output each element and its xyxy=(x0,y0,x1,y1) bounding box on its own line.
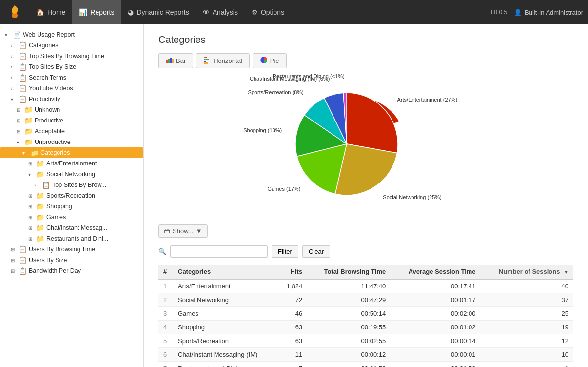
list-icon: 📋 xyxy=(19,63,27,71)
tab-pie[interactable]: Pie xyxy=(253,53,287,68)
toggle-plus-icon: ⊞ xyxy=(17,107,22,113)
sidebar-item-users-browsing[interactable]: ⊞📋Users By Browsing Time xyxy=(0,244,143,255)
table-icon: 🗃 xyxy=(164,227,170,235)
table-row[interactable]: 6 Chat/Instant Messaging (IM) 11 00:00:1… xyxy=(158,348,573,362)
sidebar-item-categories-sub[interactable]: ▾📁Categories xyxy=(0,147,143,158)
col-sessions[interactable]: Number of Sessions ▼ xyxy=(481,265,573,279)
sidebar-item-arts-entertainment[interactable]: ⊞📁Arts/Entertainment xyxy=(0,158,143,169)
toggle-plus-icon: ⊞ xyxy=(11,268,17,274)
toggle-plus-icon: ⊞ xyxy=(11,258,17,263)
toggle-arrow-icon: › xyxy=(11,86,17,91)
svg-rect-7 xyxy=(204,62,208,64)
toggle-arrow-icon: › xyxy=(11,75,17,81)
cell-category: Sports/Recreation xyxy=(173,334,277,348)
clear-button[interactable]: Clear xyxy=(302,245,330,258)
folder-icon: 📁 xyxy=(24,106,33,114)
main-content: Categories Bar xyxy=(144,24,588,367)
sidebar-item-top-sites-size[interactable]: ›📋Top Sites By Size xyxy=(0,61,143,72)
col-total-time[interactable]: Total Browsing Time xyxy=(307,265,391,279)
folder-icon: 📁 xyxy=(36,224,44,232)
sidebar-item-search-terms[interactable]: ›📋Search Terms xyxy=(0,72,143,83)
sidebar-item-shopping[interactable]: ⊞📁Shopping xyxy=(0,201,143,212)
dynamic-icon: ◕ xyxy=(128,8,134,16)
table-row[interactable]: 1 Arts/Entertainment 1,824 11:47:40 00:1… xyxy=(158,279,573,293)
categories-table: # Categories Hits Total Browsing Time Av… xyxy=(158,265,573,367)
sidebar-item-users-size[interactable]: ⊞📋Users By Size xyxy=(0,255,143,265)
sidebar-label: Sports/Recreation xyxy=(46,192,95,199)
toggle-plus-icon: ⊞ xyxy=(28,161,34,166)
sidebar-item-youtube-videos[interactable]: ›📋YouTube Videos xyxy=(0,83,143,94)
filter-button[interactable]: Filter xyxy=(272,245,298,258)
toggle-arrow-icon: › xyxy=(34,183,40,188)
cell-num: 6 xyxy=(158,348,173,362)
nav-home[interactable]: 🏠 Home xyxy=(29,0,72,24)
table-row[interactable]: 3 Games 46 00:50:14 00:02:00 25 xyxy=(158,307,573,321)
sort-arrow-down: ▼ xyxy=(564,269,568,275)
sidebar-item-top-sites-browsing[interactable]: ›📋Top Sites By Browsing Time xyxy=(0,51,143,61)
sidebar-item-productivity[interactable]: ▾📋Productivity xyxy=(0,94,143,104)
sidebar-item-sports-recreation[interactable]: ⊞📁Sports/Recreation xyxy=(0,190,143,201)
filter-input[interactable] xyxy=(170,245,268,258)
sidebar-item-top-sites-brow[interactable]: ›📋Top Sites By Brow... xyxy=(0,180,143,190)
cell-avg-time: 00:01:17 xyxy=(391,293,480,307)
nav-analysis[interactable]: 👁 Analysis xyxy=(196,0,245,24)
col-hits[interactable]: Hits xyxy=(277,265,307,279)
cell-total-time: 00:50:14 xyxy=(307,307,391,321)
sidebar-item-unknown[interactable]: ⊞📁Unknown xyxy=(0,104,143,115)
pie-label: Restaurants and Dining (<1%) xyxy=(272,73,344,79)
toggle-minus-icon: ▾ xyxy=(28,172,34,177)
show-dropdown[interactable]: 🗃 Show... ▼ xyxy=(158,224,208,238)
nav-reports[interactable]: 📊 Reports xyxy=(72,0,121,24)
table-header-row: # Categories Hits Total Browsing Time Av… xyxy=(158,265,573,279)
user-icon: 👤 xyxy=(514,9,522,16)
tab-bar[interactable]: Bar xyxy=(158,53,193,68)
nav-dynamic-reports[interactable]: ◕ Dynamic Reports xyxy=(121,0,196,24)
cell-avg-time: 00:01:02 xyxy=(391,321,480,334)
col-avg-time[interactable]: Average Session Time xyxy=(391,265,480,279)
sidebar-item-web-usage-report[interactable]: ▾📄Web Usage Report xyxy=(0,29,143,40)
sidebar-item-unproductive[interactable]: ▾📁Unproductive xyxy=(0,137,143,147)
sidebar-label: Top Sites By Size xyxy=(29,63,76,70)
svg-rect-2 xyxy=(170,58,172,63)
sidebar-item-chat-im[interactable]: ⊞📁Chat/Instant Messag... xyxy=(0,223,143,233)
list-icon: 📋 xyxy=(19,256,27,264)
svg-rect-1 xyxy=(168,59,170,63)
sidebar-item-restaurants[interactable]: ⊞📁Restaurants and Dini... xyxy=(0,233,143,244)
table-row[interactable]: 4 Shopping 63 00:19:55 00:01:02 19 xyxy=(158,321,573,334)
cell-total-time: 00:01:59 xyxy=(307,362,391,367)
col-category[interactable]: Categories xyxy=(173,265,277,279)
sidebar-item-social-networking[interactable]: ▾📁Social Networking xyxy=(0,169,143,180)
sidebar-label: Top Sites By Browsing Time xyxy=(29,53,104,60)
sidebar-item-games[interactable]: ⊞📁Games xyxy=(0,212,143,223)
cell-num: 5 xyxy=(158,334,173,348)
table-row[interactable]: 7 Restaurants and Dining 7 00:01:59 00:0… xyxy=(158,362,573,367)
svg-rect-0 xyxy=(166,60,168,63)
table-row[interactable]: 5 Sports/Recreation 63 00:02:55 00:00:14… xyxy=(158,334,573,348)
cell-category: Games xyxy=(173,307,277,321)
pie-chart-container: Arts/Entertainment (27%)Social Networkin… xyxy=(158,78,573,215)
cell-total-time: 00:19:55 xyxy=(307,321,391,334)
cell-hits: 11 xyxy=(277,348,307,362)
col-num: # xyxy=(158,265,173,279)
sidebar-item-productive[interactable]: ⊞📁Productive xyxy=(0,115,143,126)
search-icon: 🔍 xyxy=(158,248,166,255)
toggle-plus-icon: ⊞ xyxy=(17,129,22,134)
chart-tabs: Bar Horizontal xyxy=(158,53,573,68)
cell-total-time: 00:47:29 xyxy=(307,293,391,307)
analysis-icon: 👁 xyxy=(203,8,210,16)
tab-horizontal[interactable]: Horizontal xyxy=(196,53,250,68)
nav-options[interactable]: ⚙ Options xyxy=(245,0,291,24)
toggle-plus-icon: ⊞ xyxy=(28,193,34,199)
table-row[interactable]: 2 Social Networking 72 00:47:29 00:01:17… xyxy=(158,293,573,307)
cell-avg-time: 00:01:59 xyxy=(391,362,480,367)
pie-label: Shopping (13%) xyxy=(243,127,282,133)
app-logo xyxy=(5,2,24,22)
sidebar-item-bandwidth-per-day[interactable]: ⊞📋Bandwidth Per Day xyxy=(0,265,143,276)
sidebar-label: Users By Browsing Time xyxy=(29,246,95,253)
home-icon: 🏠 xyxy=(36,8,44,16)
pie-label: Social Networking (25%) xyxy=(383,194,441,200)
cell-category: Social Networking xyxy=(173,293,277,307)
sidebar-item-acceptable[interactable]: ⊞📁Acceptable xyxy=(0,126,143,137)
toggle-arrow-icon: › xyxy=(11,64,17,70)
sidebar-item-categories[interactable]: ›📋Categories xyxy=(0,40,143,51)
